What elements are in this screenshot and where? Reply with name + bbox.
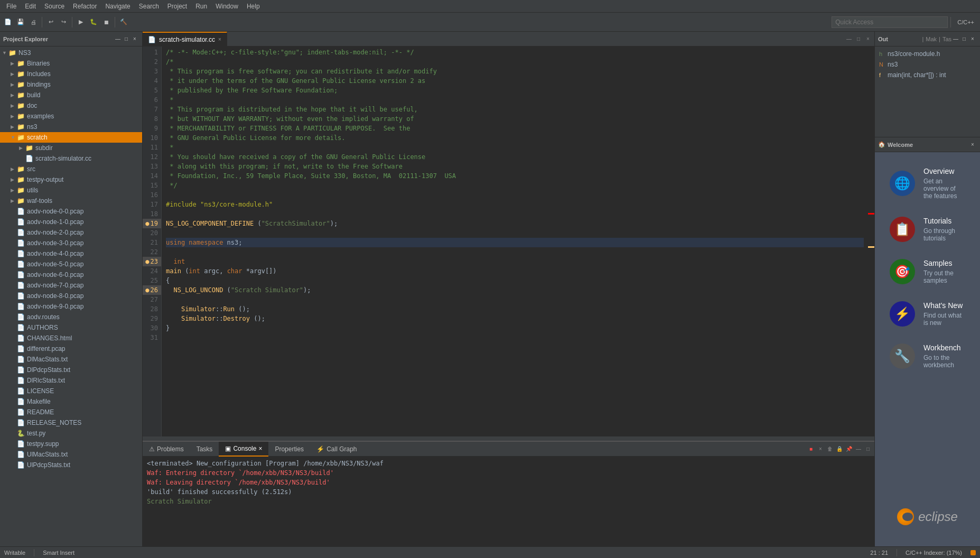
welcome-close-btn[interactable]: × [968,141,977,149]
menu-edit[interactable]: Edit [21,2,40,11]
outline-item-main[interactable]: f main(int, char*[]) : int [877,70,978,80]
tree-item-dlmacstats[interactable]: 📄DlMacStats.txt [0,354,142,365]
menu-navigate[interactable]: Navigate [101,2,134,11]
outline-close-btn[interactable]: × [968,35,977,43]
tree-item-different[interactable]: 📄different.pcap [0,343,142,354]
tree-item-readme[interactable]: 📄README [0,407,142,417]
perspective-button[interactable]: C/C++ [954,16,978,28]
tree-item-release-notes[interactable]: 📄RELEASE_NOTES [0,417,142,428]
console-maximize-btn[interactable]: □ [864,445,872,453]
outline-item-header[interactable]: h ns3/core-module.h [877,49,978,59]
tab-tasks[interactable]: Tasks [190,442,219,457]
save-button[interactable]: 💾 [15,16,26,28]
tree-item-binaries[interactable]: ▶📁Binaries [0,58,142,69]
tree-item-ulmacstats[interactable]: 📄UlMacStats.txt [0,449,142,460]
outline-mak-tab[interactable]: Mak [926,36,937,42]
tree-item-src[interactable]: ▶📁src [0,164,142,174]
tree-item-includes[interactable]: ▶📁Includes [0,69,142,79]
outline-item-namespace[interactable]: N ns3 [877,59,978,70]
tree-item-aodv-node-4[interactable]: 📄aodv-node-4-0.pcap [0,248,142,259]
tree-item-doc[interactable]: ▶📁doc [0,100,142,111]
code-content[interactable]: /* -*- Mode:C++; c-file-style:"gnu"; ind… [162,46,868,436]
tree-item-ns3[interactable]: ▼📁NS3 [0,48,142,58]
tree-label: AUTHORS [27,324,58,331]
tree-item-test-py[interactable]: 🐍test.py [0,428,142,439]
stop-button[interactable]: ⏹ [100,16,112,28]
console-minimize-btn[interactable]: — [854,445,863,453]
welcome-card-samples[interactable]: 🎯 Samples Try out the samples [885,255,969,289]
outline-maximize-btn[interactable]: □ [960,35,968,43]
tab-properties[interactable]: Properties [268,442,310,457]
tree-item-aodv-routes[interactable]: 📄aodv.routes [0,312,142,322]
menu-source[interactable]: Source [40,2,69,11]
tab-close-btn[interactable]: × [218,36,221,42]
tree-item-scratch-simulator-cc[interactable]: 📄scratch-simulator.cc [0,153,142,164]
code-editor[interactable]: 123456789101112131415161718●19202122●232… [143,46,874,436]
console-clear-btn[interactable]: 🗑 [826,445,834,453]
menu-run[interactable]: Run [191,2,211,11]
undo-button[interactable]: ↩ [45,16,57,28]
tree-item-changes[interactable]: 📄CHANGES.html [0,333,142,343]
console-close-btn[interactable]: × [816,445,825,453]
tree-item-dlpdcpstats[interactable]: 📄DlPdcpStats.txt [0,365,142,375]
debug-button[interactable]: 🐛 [88,16,99,28]
welcome-card-tutorials[interactable]: 📋 Tutorials Go through tutorials [885,212,969,246]
tree-item-testpy-supp[interactable]: 📄testpy.supp [0,439,142,449]
tree-item-testpy-output[interactable]: ▶📁testpy-output [0,174,142,185]
menu-project[interactable]: Project [163,2,191,11]
build-button[interactable]: 🔨 [118,16,129,28]
editor-horizontal-scrollbar[interactable] [143,436,874,441]
menu-search[interactable]: Search [135,2,163,11]
tab-call-graph[interactable]: ⚡ Call Graph [310,442,363,457]
tree-item-bindings[interactable]: ▶📁bindings [0,79,142,90]
console-stop-btn[interactable]: ■ [807,445,815,453]
tree-item-aodv-node-9[interactable]: 📄aodv-node-9-0.pcap [0,301,142,312]
tree-item-aodv-node-5[interactable]: 📄aodv-node-5-0.pcap [0,259,142,269]
new-button[interactable]: 📄 [2,16,14,28]
console-pin-btn[interactable]: 📌 [845,445,853,453]
outline-tas-tab[interactable]: Tas [942,36,951,42]
menu-file[interactable]: File [2,2,21,11]
tree-item-utils[interactable]: ▶📁utils [0,185,142,196]
tree-item-makefile[interactable]: 📄Makefile [0,396,142,407]
tree-item-ulpdcpstats[interactable]: 📄UlPdcpStats.txt [0,460,142,470]
explorer-close-btn[interactable]: × [130,35,139,43]
console-scroll-lock-btn[interactable]: 🔒 [835,445,844,453]
tree-item-examples[interactable]: ▶📁examples [0,111,142,122]
tab-console[interactable]: ▣ Console × [219,442,268,457]
tree-item-aodv-node-2[interactable]: 📄aodv-node-2-0.pcap [0,227,142,238]
tab-problems[interactable]: ⚠ Problems [143,442,190,457]
tree-item-waf-tools[interactable]: ▶📁waf-tools [0,196,142,206]
tree-item-aodv-node-3[interactable]: 📄aodv-node-3-0.pcap [0,238,142,248]
tree-item-aodv-node-8[interactable]: 📄aodv-node-8-0.pcap [0,291,142,301]
welcome-card-whats-new[interactable]: ⚡ What's New Find out what is new [885,297,969,331]
run-button[interactable]: ▶ [75,16,87,28]
menu-window[interactable]: Window [211,2,242,11]
explorer-maximize-btn[interactable]: □ [122,35,130,43]
tree-item-aodv-node-0[interactable]: 📄aodv-node-0-0.pcap [0,206,142,217]
welcome-card-overview[interactable]: 🌐 Overview Get an overview of the featur… [885,163,969,204]
tree-item-license[interactable]: 📄LICENSE [0,386,142,396]
tree-item-build[interactable]: ▶📁build [0,90,142,100]
tree-item-aodv-node-7[interactable]: 📄aodv-node-7-0.pcap [0,280,142,291]
redo-button[interactable]: ↪ [58,16,69,28]
editor-maximize-btn[interactable]: □ [854,35,863,43]
print-button[interactable]: 🖨 [27,16,39,28]
editor-minimize-btn[interactable]: — [845,35,853,43]
tree-item-aodv-node-1[interactable]: 📄aodv-node-1-0.pcap [0,217,142,227]
explorer-minimize-btn[interactable]: — [114,35,122,43]
tree-item-dlrlcstats[interactable]: 📄DlRlcStats.txt [0,375,142,386]
outline-minimize-btn[interactable]: — [951,35,960,43]
menu-refactor[interactable]: Refactor [69,2,101,11]
tree-item-aodv-node-6[interactable]: 📄aodv-node-6-0.pcap [0,269,142,280]
welcome-card-workbench[interactable]: 🔧 Workbench Go to the workbench [885,339,969,373]
quick-access-input[interactable] [832,16,948,28]
console-tab-close[interactable]: × [258,445,262,452]
tree-item-subdir[interactable]: ▶📁subdir [0,143,142,153]
tree-item-scratch[interactable]: ▼📁scratch [0,132,142,143]
editor-tab-scratch-simulator[interactable]: 📄 scratch-simulator.cc × [143,32,227,46]
tree-item-authors[interactable]: 📄AUTHORS [0,322,142,333]
menu-help[interactable]: Help [242,2,264,11]
editor-close-btn[interactable]: × [864,35,872,43]
tree-item-ns3-sub[interactable]: ▶📁ns3 [0,122,142,132]
